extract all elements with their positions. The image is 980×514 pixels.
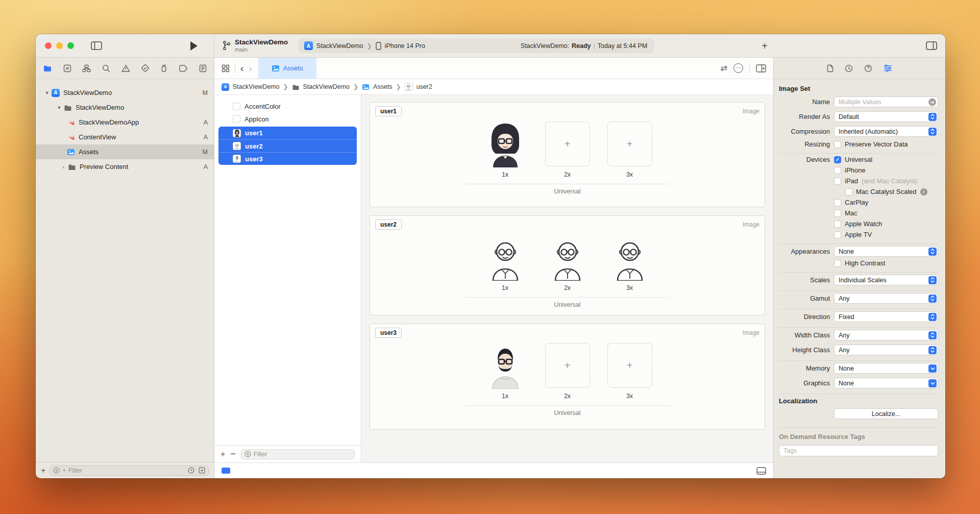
image-set-card-user1[interactable]: user1 Image + + 1x 2x 3x [370,102,765,207]
image-set-name[interactable]: user3 [375,328,402,338]
image-slot-3x-empty[interactable]: + [607,343,652,388]
tree-row-preview-content[interactable]: › Preview Content A [36,159,214,174]
find-navigator-icon[interactable] [102,64,110,72]
navigator-filter-input[interactable] [68,467,185,474]
breadcrumb-item[interactable]: StackViewDemo [233,83,279,90]
memory-popup[interactable]: None [834,363,938,374]
image-slot-2x[interactable] [545,235,590,280]
run-button[interactable] [190,41,198,51]
breadcrumb-item[interactable]: StackViewDemo [303,83,350,90]
image-slot-1x[interactable] [483,235,528,280]
source-control-navigator-icon[interactable] [63,64,71,72]
recent-files-icon[interactable] [188,467,194,474]
breadcrumb-item[interactable]: user2 [416,83,432,90]
go-forward-button[interactable]: › [249,63,252,73]
device-mac-catalyst-scaled-checkbox[interactable] [845,188,852,195]
attributes-inspector-icon[interactable] [884,64,892,72]
navigator-toggle-icon[interactable] [91,41,102,50]
gamut-popup[interactable]: Any [834,293,938,304]
asset-filter-input[interactable] [254,451,351,458]
project-navigator-icon[interactable] [43,64,52,72]
issue-navigator-icon[interactable] [121,64,130,72]
image-slot-2x-empty[interactable]: + [545,121,590,166]
tree-row-project[interactable]: ▼ A StackViewDemo M [36,85,214,100]
source-control-status-icon[interactable] [199,467,205,474]
height-class-popup[interactable]: Any [834,345,938,355]
history-inspector-icon[interactable] [845,64,853,72]
device-iphone-checkbox[interactable] [834,167,841,174]
localize-button[interactable]: Localize... [834,408,938,419]
inspector-toggle-icon[interactable] [926,41,937,50]
remove-asset-button[interactable]: − [230,449,236,459]
debug-area-toggle-icon[interactable] [756,467,766,475]
breakpoint-navigator-icon[interactable] [179,65,188,72]
related-items-icon[interactable] [222,64,230,72]
device-mac-checkbox[interactable] [834,210,841,217]
zoom-window-button[interactable] [67,42,74,49]
device-apple-watch-checkbox[interactable] [834,221,841,228]
image-slot-1x[interactable] [483,343,528,388]
report-navigator-icon[interactable] [199,64,207,72]
library-add-button[interactable]: + [762,41,768,51]
debug-navigator-icon[interactable] [161,64,168,72]
image-set-card-user3[interactable]: user3 Image + + 1x 2x 3x [370,324,765,430]
name-input[interactable] [839,99,926,106]
tree-row-assets[interactable]: Assets M [36,144,214,159]
name-field[interactable]: ➔ [834,96,938,107]
device-ipad-checkbox[interactable] [834,178,841,185]
high-contrast-checkbox[interactable] [834,260,841,267]
image-slot-3x-empty[interactable]: + [607,121,652,166]
test-navigator-icon[interactable] [141,64,150,72]
tree-row-folder[interactable]: ▼ StackViewDemo [36,100,214,115]
scales-popup[interactable]: Individual Scales [834,275,938,285]
navigator-filter-field[interactable]: ▼ [50,466,209,476]
scheme-device[interactable]: iPhone 14 Pro [385,42,425,50]
graphics-popup[interactable]: None [834,378,938,388]
help-inspector-icon[interactable] [864,64,872,72]
disclosure-chevron-icon[interactable]: ▼ [43,90,51,95]
breadcrumb-item[interactable]: Assets [373,83,393,90]
arrow-right-icon[interactable]: ➔ [928,98,936,106]
close-window-button[interactable] [45,42,52,49]
device-apple-tv-checkbox[interactable] [834,231,841,238]
image-set-card-user2[interactable]: user2 Image 1x 2x 3x [370,215,765,315]
file-inspector-icon[interactable] [827,64,834,72]
device-universal-checkbox[interactable]: ✓ [834,156,841,163]
selected-asset-chip-icon[interactable] [222,468,230,474]
code-review-icon[interactable]: ⇄ [721,63,727,73]
odr-tags-input[interactable] [783,447,934,454]
image-slot-1x[interactable] [483,121,528,166]
width-class-popup[interactable]: Any [834,330,938,340]
device-carplay-checkbox[interactable] [834,199,841,206]
minimize-window-button[interactable] [56,42,63,49]
preserve-vector-checkbox[interactable] [834,141,841,148]
image-set-name[interactable]: user1 [375,106,402,116]
tree-row-swift-file[interactable]: StackViewDemoApp A [36,115,214,130]
disclosure-chevron-icon[interactable]: › [59,164,67,170]
asset-item-appicon[interactable]: AppIcon [214,113,361,126]
image-slot-2x-empty[interactable]: + [545,343,590,388]
compression-popup[interactable]: Inherited (Automatic) [834,126,938,137]
render-as-popup[interactable]: Default [834,111,938,122]
go-back-button[interactable]: ‹ [240,63,243,73]
image-set-name[interactable]: user2 [375,219,402,230]
add-file-button[interactable]: + [41,466,45,475]
editor-options-icon[interactable]: ⋯ [733,63,743,73]
symbol-navigator-icon[interactable] [82,64,91,72]
image-slot-3x[interactable] [607,235,652,280]
tab-assets[interactable]: Assets [258,58,316,79]
asset-item-user1[interactable]: user1 [218,127,357,139]
appearances-popup[interactable]: None [834,246,938,257]
asset-item-user2[interactable]: user2 [218,139,357,152]
asset-filter-field[interactable] [241,449,355,459]
disclosure-chevron-icon[interactable]: ▼ [55,105,63,110]
scheme-project-block[interactable]: StackViewDemo main [223,38,288,53]
asset-item-user3[interactable]: user3 [218,152,357,165]
direction-popup[interactable]: Fixed [834,311,938,322]
tree-row-swift-file[interactable]: ContentView A [36,130,214,144]
add-asset-button[interactable]: + [220,450,225,459]
add-editor-icon[interactable] [756,64,766,72]
scheme-selector[interactable]: A StackViewDemo ❯ iPhone 14 Pro [298,41,431,50]
activity-status[interactable]: StackViewDemo: Ready | Today at 5:44 PM [521,42,654,50]
info-icon[interactable]: i [920,188,927,195]
